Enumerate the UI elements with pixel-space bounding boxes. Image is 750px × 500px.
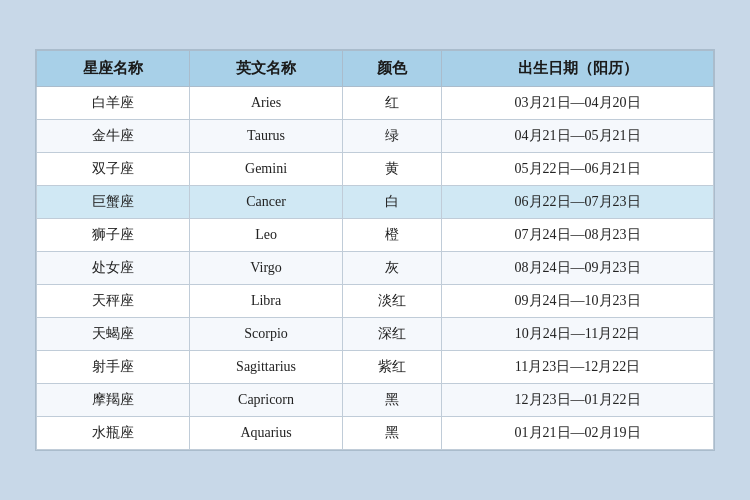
cell-chinese: 天秤座 — [37, 285, 190, 318]
cell-english: Scorpio — [190, 318, 343, 351]
cell-chinese: 巨蟹座 — [37, 186, 190, 219]
cell-color: 黑 — [343, 384, 442, 417]
header-english-name: 英文名称 — [190, 51, 343, 87]
table-row: 双子座Gemini黄05月22日—06月21日 — [37, 153, 714, 186]
header-chinese-name: 星座名称 — [37, 51, 190, 87]
cell-color: 黄 — [343, 153, 442, 186]
table-row: 白羊座Aries红03月21日—04月20日 — [37, 87, 714, 120]
cell-color: 灰 — [343, 252, 442, 285]
cell-dates: 01月21日—02月19日 — [442, 417, 714, 450]
cell-color: 淡红 — [343, 285, 442, 318]
cell-color: 红 — [343, 87, 442, 120]
cell-dates: 03月21日—04月20日 — [442, 87, 714, 120]
cell-color: 深红 — [343, 318, 442, 351]
table-header-row: 星座名称 英文名称 颜色 出生日期（阳历） — [37, 51, 714, 87]
cell-chinese: 双子座 — [37, 153, 190, 186]
table-row: 水瓶座Aquarius黑01月21日—02月19日 — [37, 417, 714, 450]
cell-chinese: 水瓶座 — [37, 417, 190, 450]
cell-dates: 06月22日—07月23日 — [442, 186, 714, 219]
cell-english: Cancer — [190, 186, 343, 219]
cell-dates: 11月23日—12月22日 — [442, 351, 714, 384]
cell-chinese: 射手座 — [37, 351, 190, 384]
cell-dates: 07月24日—08月23日 — [442, 219, 714, 252]
cell-chinese: 摩羯座 — [37, 384, 190, 417]
table-row: 处女座Virgo灰08月24日—09月23日 — [37, 252, 714, 285]
table-row: 狮子座Leo橙07月24日—08月23日 — [37, 219, 714, 252]
cell-color: 橙 — [343, 219, 442, 252]
cell-english: Libra — [190, 285, 343, 318]
zodiac-table-container: 星座名称 英文名称 颜色 出生日期（阳历） 白羊座Aries红03月21日—04… — [35, 49, 715, 451]
cell-color: 黑 — [343, 417, 442, 450]
cell-color: 白 — [343, 186, 442, 219]
table-row: 金牛座Taurus绿04月21日—05月21日 — [37, 120, 714, 153]
cell-chinese: 金牛座 — [37, 120, 190, 153]
cell-english: Taurus — [190, 120, 343, 153]
cell-english: Aquarius — [190, 417, 343, 450]
cell-dates: 10月24日—11月22日 — [442, 318, 714, 351]
cell-color: 紫红 — [343, 351, 442, 384]
cell-english: Capricorn — [190, 384, 343, 417]
cell-chinese: 处女座 — [37, 252, 190, 285]
table-row: 天秤座Libra淡红09月24日—10月23日 — [37, 285, 714, 318]
cell-english: Virgo — [190, 252, 343, 285]
header-color: 颜色 — [343, 51, 442, 87]
cell-chinese: 天蝎座 — [37, 318, 190, 351]
header-dates: 出生日期（阳历） — [442, 51, 714, 87]
cell-english: Sagittarius — [190, 351, 343, 384]
cell-dates: 04月21日—05月21日 — [442, 120, 714, 153]
cell-dates: 09月24日—10月23日 — [442, 285, 714, 318]
cell-dates: 05月22日—06月21日 — [442, 153, 714, 186]
table-row: 巨蟹座Cancer白06月22日—07月23日 — [37, 186, 714, 219]
cell-english: Gemini — [190, 153, 343, 186]
cell-chinese: 狮子座 — [37, 219, 190, 252]
table-row: 摩羯座Capricorn黑12月23日—01月22日 — [37, 384, 714, 417]
cell-chinese: 白羊座 — [37, 87, 190, 120]
zodiac-table: 星座名称 英文名称 颜色 出生日期（阳历） 白羊座Aries红03月21日—04… — [36, 50, 714, 450]
cell-english: Aries — [190, 87, 343, 120]
cell-dates: 08月24日—09月23日 — [442, 252, 714, 285]
cell-dates: 12月23日—01月22日 — [442, 384, 714, 417]
table-row: 天蝎座Scorpio深红10月24日—11月22日 — [37, 318, 714, 351]
table-row: 射手座Sagittarius紫红11月23日—12月22日 — [37, 351, 714, 384]
cell-english: Leo — [190, 219, 343, 252]
cell-color: 绿 — [343, 120, 442, 153]
